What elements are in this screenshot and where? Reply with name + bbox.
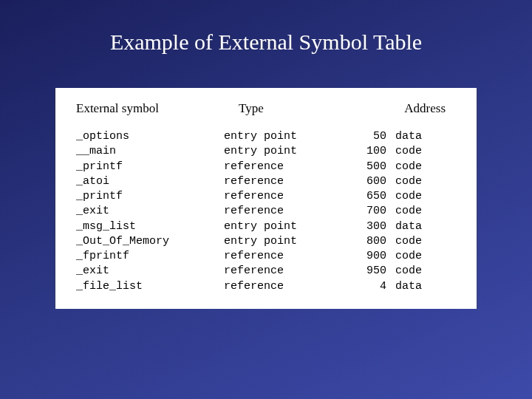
cell-symbol: _fprintf — [76, 249, 224, 264]
table-row: _msg_listentry point300data — [76, 219, 456, 234]
cell-segment: code — [386, 160, 422, 174]
cell-address: 100 — [349, 144, 386, 159]
table-row: _fprintfreference900code — [76, 249, 456, 264]
cell-segment: code — [386, 264, 422, 279]
cell-address: 800 — [349, 234, 386, 249]
cell-type: entry point — [224, 234, 349, 249]
table-row: _optionsentry point50data — [76, 129, 456, 144]
cell-address: 900 — [349, 249, 386, 264]
table-row: __mainentry point100code — [76, 144, 456, 159]
cell-symbol: __main — [76, 144, 224, 159]
cell-segment: data — [386, 219, 422, 234]
cell-type: reference — [224, 189, 349, 204]
cell-type: entry point — [224, 129, 349, 144]
cell-segment: data — [386, 129, 422, 144]
cell-segment: code — [386, 174, 422, 189]
table-row: _printfreference500code — [76, 160, 456, 174]
cell-type: reference — [224, 160, 349, 174]
cell-type: entry point — [224, 219, 349, 234]
cell-type: reference — [224, 204, 349, 219]
cell-segment: code — [386, 204, 422, 219]
symbol-table-panel: External symbol Type Address _optionsent… — [55, 88, 477, 309]
cell-address: 50 — [349, 129, 386, 144]
cell-symbol: _msg_list — [76, 219, 224, 234]
cell-type: entry point — [224, 144, 349, 159]
table-row: _exitreference950code — [76, 264, 456, 279]
cell-symbol: _options — [76, 129, 224, 144]
cell-symbol: _atoi — [76, 174, 224, 189]
cell-segment: code — [386, 144, 422, 159]
cell-address: 600 — [349, 174, 386, 189]
cell-address: 700 — [349, 204, 386, 219]
table-row: _Out_Of_Memoryentry point800code — [76, 234, 456, 249]
cell-segment: code — [386, 234, 422, 249]
header-address: Address — [364, 101, 451, 116]
cell-address: 650 — [349, 189, 386, 204]
cell-address: 300 — [349, 219, 386, 234]
table-row: _printfreference650code — [76, 189, 456, 204]
cell-segment: code — [386, 189, 422, 204]
slide: Example of External Symbol Table Externa… — [0, 0, 532, 399]
cell-address: 950 — [349, 264, 386, 279]
cell-symbol: _printf — [76, 160, 224, 174]
table-body: _optionsentry point50data__mainentry poi… — [76, 129, 456, 294]
cell-symbol: _file_list — [76, 279, 224, 294]
table-row: _atoireference600code — [76, 174, 456, 189]
table-row: _exitreference700code — [76, 204, 456, 219]
cell-symbol: _exit — [76, 264, 224, 279]
cell-symbol: _exit — [76, 204, 224, 219]
table-header-row: External symbol Type Address — [76, 101, 456, 116]
cell-symbol: _Out_Of_Memory — [76, 234, 224, 249]
cell-symbol: _printf — [76, 189, 224, 204]
header-symbol: External symbol — [76, 101, 239, 116]
cell-type: reference — [224, 249, 349, 264]
header-type: Type — [239, 101, 364, 116]
cell-segment: data — [386, 279, 422, 294]
cell-segment: code — [386, 249, 422, 264]
slide-title: Example of External Symbol Table — [22, 30, 510, 55]
cell-address: 500 — [349, 160, 386, 174]
cell-address: 4 — [349, 279, 386, 294]
table-row: _file_listreference4data — [76, 279, 456, 294]
cell-type: reference — [224, 174, 349, 189]
cell-type: reference — [224, 279, 349, 294]
cell-type: reference — [224, 264, 349, 279]
